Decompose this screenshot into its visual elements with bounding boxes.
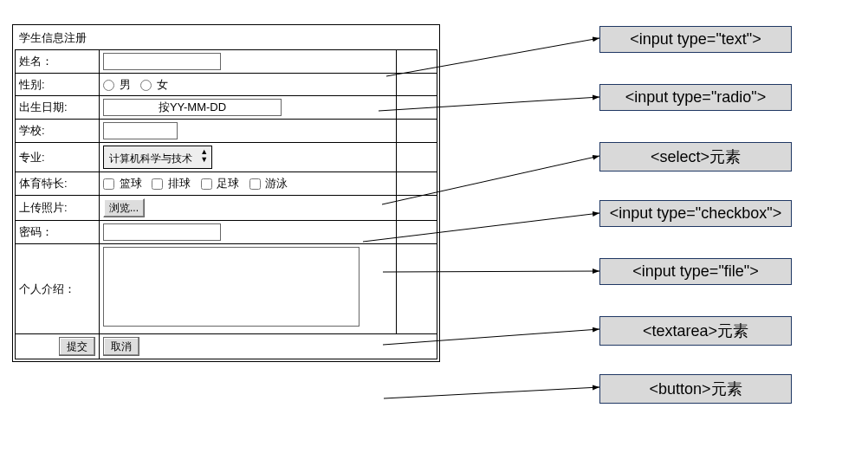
page: 学生信息注册 姓名： 性别: 男 女: [0, 0, 868, 453]
form-title: 学生信息注册: [16, 27, 437, 49]
major-cell: 计算机科学与技术 ▲▼: [100, 143, 397, 172]
school-cell: [100, 120, 397, 143]
pwd-cell: [100, 220, 397, 243]
bio-cell: [100, 243, 397, 334]
sport-basketball-text: 篮球: [120, 177, 142, 190]
name-input[interactable]: [103, 53, 221, 70]
submit-button[interactable]: 提交: [59, 337, 95, 356]
birth-input[interactable]: [103, 99, 282, 116]
school-input[interactable]: [103, 122, 178, 139]
pwd-label: 密码：: [16, 220, 100, 243]
sport-volleyball-checkbox[interactable]: [152, 178, 163, 190]
sport-volleyball-text: 排球: [168, 177, 191, 190]
photo-cell: 浏览...: [100, 195, 397, 220]
sport-basketball-checkbox[interactable]: [103, 178, 114, 190]
bio-textarea[interactable]: [103, 247, 360, 327]
sport-football-text: 足球: [217, 177, 239, 190]
select-spinner-icon: ▲▼: [200, 148, 208, 164]
sport-swim-checkbox[interactable]: [249, 178, 261, 190]
major-label: 专业:: [16, 143, 100, 172]
gender-male-option[interactable]: 男: [103, 78, 133, 91]
major-selected-text: 计算机科学与技术: [109, 152, 192, 165]
school-label: 学校:: [16, 120, 100, 143]
tag-input-file: <input type="file">: [599, 258, 792, 285]
birth-cell: [100, 96, 397, 120]
name-cell: [100, 49, 397, 73]
svg-line-6: [384, 387, 599, 398]
gender-female-text: 女: [157, 78, 168, 91]
gender-label: 性别:: [16, 73, 100, 96]
tag-button: <button>元素: [599, 374, 792, 404]
birth-label: 出生日期:: [16, 96, 100, 120]
cancel-button[interactable]: 取消: [103, 337, 139, 356]
sport-basketball-option[interactable]: 篮球: [103, 177, 145, 190]
sport-football-option[interactable]: 足球: [201, 177, 243, 190]
major-select[interactable]: 计算机科学与技术 ▲▼: [103, 146, 212, 169]
tag-input-text: <input type="text">: [599, 26, 792, 53]
tag-input-checkbox: <input type="checkbox">: [599, 200, 792, 227]
sport-swim-text: 游泳: [265, 177, 288, 190]
pwd-input[interactable]: [103, 223, 221, 241]
photo-label: 上传照片:: [16, 195, 100, 220]
gap: [397, 49, 437, 73]
sport-swim-option[interactable]: 游泳: [249, 177, 288, 190]
student-form: 学生信息注册 姓名： 性别: 男 女: [12, 24, 440, 362]
name-label: 姓名：: [16, 49, 100, 73]
sport-label: 体育特长:: [16, 172, 100, 196]
sport-football-checkbox[interactable]: [201, 178, 212, 190]
sport-cell: 篮球 排球 足球 游泳: [100, 172, 397, 196]
tag-select: <select>元素: [599, 142, 792, 171]
gender-male-radio[interactable]: [103, 80, 114, 91]
browse-button[interactable]: 浏览...: [103, 198, 145, 217]
gender-male-text: 男: [120, 78, 131, 91]
form-table: 学生信息注册 姓名： 性别: 男 女: [15, 27, 437, 359]
submit-cell: 提交: [16, 334, 100, 359]
bio-label: 个人介绍：: [16, 243, 100, 334]
cancel-cell: 取消: [100, 334, 437, 359]
tag-textarea: <textarea>元素: [599, 316, 792, 346]
gender-female-option[interactable]: 女: [140, 78, 168, 91]
sport-volleyball-option[interactable]: 排球: [152, 177, 193, 190]
tag-input-radio: <input type="radio">: [599, 84, 792, 111]
gender-cell: 男 女: [100, 73, 397, 96]
gender-female-radio[interactable]: [140, 80, 152, 91]
